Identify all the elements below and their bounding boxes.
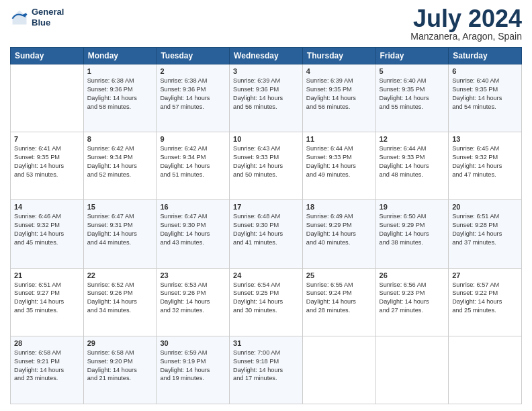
cell-content: Sunrise: 6:46 AM Sunset: 9:32 PM Dayligh… bbox=[14, 212, 80, 247]
calendar-cell: 10Sunrise: 6:43 AM Sunset: 9:33 PM Dayli… bbox=[230, 132, 303, 200]
calendar-cell: 22Sunrise: 6:52 AM Sunset: 9:26 PM Dayli… bbox=[83, 268, 157, 336]
calendar-cell: 9Sunrise: 6:42 AM Sunset: 9:34 PM Daylig… bbox=[157, 132, 230, 200]
cell-content: Sunrise: 6:39 AM Sunset: 9:36 PM Dayligh… bbox=[233, 77, 299, 111]
cell-content: Sunrise: 6:38 AM Sunset: 9:36 PM Dayligh… bbox=[87, 77, 153, 111]
cell-content: Sunrise: 6:43 AM Sunset: 9:33 PM Dayligh… bbox=[233, 144, 299, 179]
calendar-cell: 21Sunrise: 6:51 AM Sunset: 9:27 PM Dayli… bbox=[11, 268, 84, 336]
calendar-cell: 31Sunrise: 7:00 AM Sunset: 9:18 PM Dayli… bbox=[230, 336, 303, 404]
day-number: 18 bbox=[306, 203, 372, 211]
cell-content: Sunrise: 6:57 AM Sunset: 9:22 PM Dayligh… bbox=[452, 281, 518, 316]
calendar-cell: 3Sunrise: 6:39 AM Sunset: 9:36 PM Daylig… bbox=[230, 64, 303, 132]
cell-content: Sunrise: 6:42 AM Sunset: 9:34 PM Dayligh… bbox=[87, 144, 153, 179]
calendar-cell: 14Sunrise: 6:46 AM Sunset: 9:32 PM Dayli… bbox=[11, 200, 84, 268]
calendar-cell: 7Sunrise: 6:41 AM Sunset: 9:35 PM Daylig… bbox=[11, 132, 84, 200]
day-number: 14 bbox=[14, 203, 80, 211]
day-number: 23 bbox=[160, 271, 226, 279]
calendar-cell: 13Sunrise: 6:45 AM Sunset: 9:32 PM Dayli… bbox=[449, 132, 522, 200]
logo-icon bbox=[10, 8, 29, 27]
calendar-subtitle: Manzanera, Aragon, Spain bbox=[410, 31, 522, 42]
cell-content: Sunrise: 6:45 AM Sunset: 9:32 PM Dayligh… bbox=[452, 144, 518, 179]
cell-content: Sunrise: 6:48 AM Sunset: 9:30 PM Dayligh… bbox=[233, 212, 299, 247]
calendar-table: SundayMondayTuesdayWednesdayThursdayFrid… bbox=[10, 47, 522, 404]
cell-content: Sunrise: 6:59 AM Sunset: 9:19 PM Dayligh… bbox=[160, 349, 226, 383]
day-number: 22 bbox=[87, 271, 153, 279]
day-number: 12 bbox=[380, 135, 445, 143]
cell-content: Sunrise: 6:58 AM Sunset: 9:20 PM Dayligh… bbox=[87, 349, 153, 383]
day-number: 3 bbox=[233, 67, 299, 75]
cell-content: Sunrise: 6:58 AM Sunset: 9:21 PM Dayligh… bbox=[14, 349, 80, 383]
calendar-cell: 23Sunrise: 6:53 AM Sunset: 9:26 PM Dayli… bbox=[157, 268, 230, 336]
day-number: 10 bbox=[233, 135, 299, 143]
day-number: 20 bbox=[452, 203, 518, 211]
calendar-week-2: 7Sunrise: 6:41 AM Sunset: 9:35 PM Daylig… bbox=[11, 132, 522, 200]
cell-content: Sunrise: 6:47 AM Sunset: 9:30 PM Dayligh… bbox=[160, 212, 226, 247]
cell-content: Sunrise: 6:53 AM Sunset: 9:26 PM Dayligh… bbox=[160, 281, 226, 316]
cell-content: Sunrise: 6:55 AM Sunset: 9:24 PM Dayligh… bbox=[306, 281, 372, 316]
calendar-cell: 16Sunrise: 6:47 AM Sunset: 9:30 PM Dayli… bbox=[157, 200, 230, 268]
calendar-cell: 25Sunrise: 6:55 AM Sunset: 9:24 PM Dayli… bbox=[302, 268, 375, 336]
day-number: 16 bbox=[160, 203, 226, 211]
cell-content: Sunrise: 6:42 AM Sunset: 9:34 PM Dayligh… bbox=[160, 144, 226, 179]
cell-content: Sunrise: 6:47 AM Sunset: 9:31 PM Dayligh… bbox=[87, 212, 153, 247]
calendar-header-row: SundayMondayTuesdayWednesdayThursdayFrid… bbox=[11, 48, 522, 64]
day-header-wednesday: Wednesday bbox=[230, 48, 303, 64]
calendar-body: 1Sunrise: 6:38 AM Sunset: 9:36 PM Daylig… bbox=[11, 64, 522, 404]
day-number: 15 bbox=[87, 203, 153, 211]
cell-content: Sunrise: 6:40 AM Sunset: 9:35 PM Dayligh… bbox=[452, 77, 518, 111]
day-number: 1 bbox=[87, 67, 153, 75]
calendar-cell: 27Sunrise: 6:57 AM Sunset: 9:22 PM Dayli… bbox=[449, 268, 522, 336]
day-number: 31 bbox=[233, 339, 299, 347]
title-block: July 2024 Manzanera, Aragon, Spain bbox=[410, 7, 522, 42]
day-number: 6 bbox=[452, 67, 518, 75]
day-number: 24 bbox=[233, 271, 299, 279]
calendar-cell: 19Sunrise: 6:50 AM Sunset: 9:29 PM Dayli… bbox=[375, 200, 449, 268]
calendar-cell: 30Sunrise: 6:59 AM Sunset: 9:19 PM Dayli… bbox=[157, 336, 230, 404]
calendar-cell: 5Sunrise: 6:40 AM Sunset: 9:35 PM Daylig… bbox=[375, 64, 449, 132]
logo-text: General Blue bbox=[32, 7, 64, 28]
day-header-sunday: Sunday bbox=[11, 48, 84, 64]
day-number: 9 bbox=[160, 135, 226, 143]
cell-content: Sunrise: 6:39 AM Sunset: 9:35 PM Dayligh… bbox=[306, 77, 372, 111]
day-number: 25 bbox=[306, 271, 372, 279]
day-number: 11 bbox=[306, 135, 372, 143]
calendar-cell bbox=[375, 336, 449, 404]
day-number: 30 bbox=[160, 339, 226, 347]
day-number: 17 bbox=[233, 203, 299, 211]
cell-content: Sunrise: 6:56 AM Sunset: 9:23 PM Dayligh… bbox=[380, 281, 445, 316]
cell-content: Sunrise: 6:50 AM Sunset: 9:29 PM Dayligh… bbox=[380, 212, 445, 247]
calendar-cell: 18Sunrise: 6:49 AM Sunset: 9:29 PM Dayli… bbox=[302, 200, 375, 268]
cell-content: Sunrise: 6:44 AM Sunset: 9:33 PM Dayligh… bbox=[380, 144, 445, 179]
calendar-week-3: 14Sunrise: 6:46 AM Sunset: 9:32 PM Dayli… bbox=[11, 200, 522, 268]
calendar-cell bbox=[11, 64, 84, 132]
cell-content: Sunrise: 7:00 AM Sunset: 9:18 PM Dayligh… bbox=[233, 349, 299, 383]
calendar-cell: 29Sunrise: 6:58 AM Sunset: 9:20 PM Dayli… bbox=[83, 336, 157, 404]
day-number: 5 bbox=[380, 67, 445, 75]
day-header-tuesday: Tuesday bbox=[157, 48, 230, 64]
calendar-cell: 11Sunrise: 6:44 AM Sunset: 9:33 PM Dayli… bbox=[302, 132, 375, 200]
day-number: 4 bbox=[306, 67, 372, 75]
calendar-week-4: 21Sunrise: 6:51 AM Sunset: 9:27 PM Dayli… bbox=[11, 268, 522, 336]
day-number: 26 bbox=[380, 271, 445, 279]
page: General Blue July 2024 Manzanera, Aragon… bbox=[0, 0, 532, 411]
cell-content: Sunrise: 6:49 AM Sunset: 9:29 PM Dayligh… bbox=[306, 212, 372, 247]
cell-content: Sunrise: 6:52 AM Sunset: 9:26 PM Dayligh… bbox=[87, 281, 153, 316]
cell-content: Sunrise: 6:51 AM Sunset: 9:27 PM Dayligh… bbox=[14, 281, 80, 316]
calendar-week-1: 1Sunrise: 6:38 AM Sunset: 9:36 PM Daylig… bbox=[11, 64, 522, 132]
calendar-cell: 17Sunrise: 6:48 AM Sunset: 9:30 PM Dayli… bbox=[230, 200, 303, 268]
calendar-cell bbox=[449, 336, 522, 404]
day-number: 28 bbox=[14, 339, 80, 347]
cell-content: Sunrise: 6:40 AM Sunset: 9:35 PM Dayligh… bbox=[380, 77, 445, 111]
day-number: 29 bbox=[87, 339, 153, 347]
day-number: 19 bbox=[380, 203, 445, 211]
calendar-cell: 28Sunrise: 6:58 AM Sunset: 9:21 PM Dayli… bbox=[11, 336, 84, 404]
day-number: 7 bbox=[14, 135, 80, 143]
calendar-title: July 2024 bbox=[410, 7, 522, 31]
day-header-monday: Monday bbox=[83, 48, 157, 64]
logo: General Blue bbox=[10, 7, 64, 28]
day-number: 13 bbox=[452, 135, 518, 143]
calendar-cell: 26Sunrise: 6:56 AM Sunset: 9:23 PM Dayli… bbox=[375, 268, 449, 336]
calendar-cell: 24Sunrise: 6:54 AM Sunset: 9:25 PM Dayli… bbox=[230, 268, 303, 336]
calendar-cell: 4Sunrise: 6:39 AM Sunset: 9:35 PM Daylig… bbox=[302, 64, 375, 132]
day-header-saturday: Saturday bbox=[449, 48, 522, 64]
cell-content: Sunrise: 6:51 AM Sunset: 9:28 PM Dayligh… bbox=[452, 212, 518, 247]
